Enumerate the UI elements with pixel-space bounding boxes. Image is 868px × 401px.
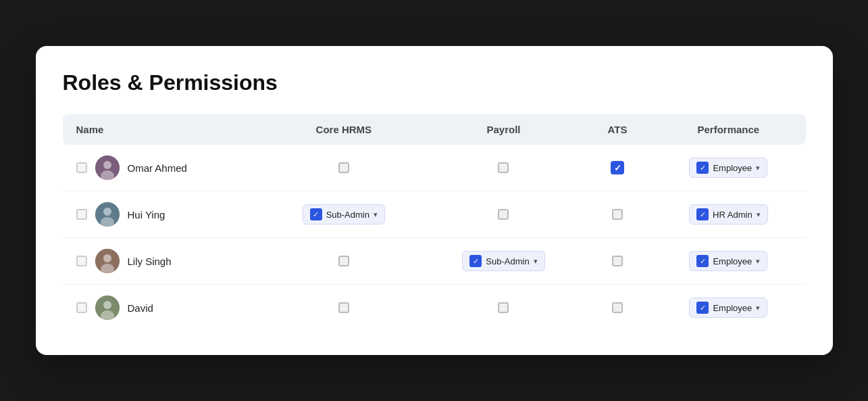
perf-check-david: ✓ — [696, 302, 709, 314]
payroll-check-lily-singh: ✓ — [469, 255, 482, 267]
table-row: Hui Ying ✓ Sub-Admin ▾ ✓ HR Admin ▾ — [63, 191, 806, 238]
core-hrms-unchecked-omar-ahmed[interactable] — [338, 162, 349, 173]
core-hrms-role-button-hui-ying[interactable]: ✓ Sub-Admin ▾ — [303, 204, 385, 225]
payroll-role-label-lily-singh: Sub-Admin — [486, 256, 529, 266]
avatar-david — [95, 296, 120, 320]
core-hrms-chevron-hui-ying: ▾ — [374, 210, 378, 219]
perf-chevron-lily-singh: ▾ — [756, 257, 760, 266]
employee-name-lily-singh: Lily Singh — [128, 256, 172, 267]
col-header-performance: Performance — [651, 114, 805, 145]
payroll-cell-hui-ying — [424, 191, 584, 238]
payroll-cell-omar-ahmed — [424, 145, 584, 191]
payroll-cell-lily-singh: ✓ Sub-Admin ▾ — [424, 238, 584, 285]
payroll-unchecked-david[interactable] — [498, 302, 509, 313]
row-select-checkbox-omar-ahmed[interactable] — [76, 162, 87, 173]
ats-checked-omar-ahmed[interactable]: ✓ — [611, 161, 624, 174]
ats-cell-lily-singh — [584, 238, 651, 285]
payroll-role-button-lily-singh[interactable]: ✓ Sub-Admin ▾ — [462, 251, 544, 271]
performance-cell-hui-ying: ✓ HR Admin ▾ — [651, 191, 805, 238]
performance-role-button-hui-ying[interactable]: ✓ HR Admin ▾ — [689, 204, 768, 225]
svg-point-10 — [103, 301, 111, 309]
employee-name-hui-ying: Hui Ying — [128, 209, 165, 220]
payroll-unchecked-hui-ying[interactable] — [498, 209, 509, 220]
perf-check-lily-singh: ✓ — [696, 255, 709, 267]
performance-role-button-david[interactable]: ✓ Employee ▾ — [689, 298, 767, 318]
svg-point-1 — [103, 161, 111, 169]
core-hrms-role-label-hui-ying: Sub-Admin — [326, 210, 369, 220]
core-hrms-cell-hui-ying: ✓ Sub-Admin ▾ — [263, 191, 424, 238]
performance-cell-omar-ahmed: ✓ Employee ▾ — [651, 145, 805, 191]
col-header-core-hrms: Core HRMS — [263, 114, 424, 145]
ats-unchecked-lily-singh[interactable] — [612, 256, 623, 266]
core-hrms-cell-david — [263, 285, 424, 331]
core-hrms-cell-lily-singh — [263, 238, 424, 285]
employee-name-omar-ahmed: Omar Ahmed — [128, 162, 187, 174]
perf-chevron-omar-ahmed: ▾ — [756, 164, 760, 172]
perf-role-label-omar-ahmed: Employee — [713, 163, 752, 173]
employee-name-david: David — [128, 302, 153, 314]
avatar-omar-ahmed — [95, 156, 120, 180]
row-select-checkbox-lily-singh[interactable] — [76, 256, 87, 266]
table-row: David ✓ Employee ▾ — [63, 285, 806, 331]
payroll-chevron-lily-singh: ▾ — [534, 257, 538, 266]
avatar-lily-singh — [95, 249, 120, 273]
svg-point-4 — [103, 208, 111, 216]
perf-chevron-hui-ying: ▾ — [757, 210, 761, 219]
page-title: Roles & Permissions — [63, 70, 806, 95]
core-hrms-unchecked-david[interactable] — [338, 302, 349, 313]
col-header-payroll: Payroll — [424, 114, 584, 145]
roles-table: Name Core HRMS Payroll ATS Performance — [63, 114, 806, 331]
ats-unchecked-hui-ying[interactable] — [612, 209, 623, 220]
ats-cell-david — [584, 285, 651, 331]
performance-role-button-lily-singh[interactable]: ✓ Employee ▾ — [689, 251, 767, 271]
perf-role-label-lily-singh: Employee — [713, 256, 752, 266]
ats-cell-hui-ying — [584, 191, 651, 238]
performance-role-button-omar-ahmed[interactable]: ✓ Employee ▾ — [689, 158, 767, 178]
svg-point-7 — [103, 254, 111, 262]
perf-check-omar-ahmed: ✓ — [696, 162, 709, 174]
perf-check-hui-ying: ✓ — [696, 208, 709, 220]
performance-cell-lily-singh: ✓ Employee ▾ — [651, 238, 805, 285]
avatar-hui-ying — [95, 202, 120, 227]
core-hrms-check-hui-ying: ✓ — [310, 208, 322, 220]
row-select-checkbox-david[interactable] — [76, 302, 87, 313]
payroll-cell-david — [424, 285, 584, 331]
roles-permissions-card: Roles & Permissions Name Core HRMS Payro… — [36, 46, 833, 355]
row-select-checkbox-hui-ying[interactable] — [76, 209, 87, 220]
core-hrms-cell-omar-ahmed — [263, 145, 424, 191]
table-container: Name Core HRMS Payroll ATS Performance — [63, 114, 806, 331]
col-header-name: Name — [63, 114, 264, 145]
core-hrms-unchecked-lily-singh[interactable] — [338, 256, 349, 266]
performance-cell-david: ✓ Employee ▾ — [651, 285, 805, 331]
ats-unchecked-david[interactable] — [612, 302, 623, 313]
perf-role-label-david: Employee — [713, 303, 752, 313]
payroll-unchecked-omar-ahmed[interactable] — [498, 162, 509, 173]
table-row: Omar Ahmed ✓ ✓ Employee ▾ — [63, 145, 806, 191]
perf-role-label-hui-ying: HR Admin — [713, 210, 752, 220]
table-row: Lily Singh ✓ Sub-Admin ▾ ✓ Employee ▾ — [63, 238, 806, 285]
perf-chevron-david: ▾ — [756, 304, 760, 312]
ats-cell-omar-ahmed: ✓ — [584, 145, 651, 191]
col-header-ats: ATS — [584, 114, 651, 145]
